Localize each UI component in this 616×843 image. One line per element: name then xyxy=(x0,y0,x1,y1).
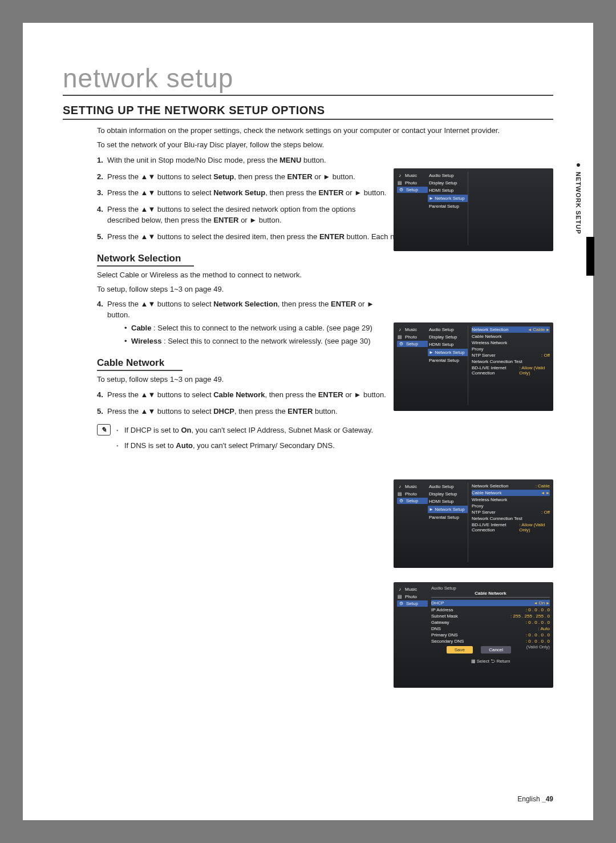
shot-mid-item: ► Network Setup xyxy=(428,195,468,202)
shot-left-setup: ⚙Setup xyxy=(397,498,428,504)
shot-right-item: Proxy xyxy=(472,346,550,352)
shot4-valid-only: (Valid Only) xyxy=(526,644,550,650)
shot-right-item: NTP Server: Off xyxy=(472,509,550,515)
shot-right-item: Cable Network xyxy=(472,490,550,496)
shot-left-music: ♪Music xyxy=(397,326,428,333)
shot4-row: DNS: Auto xyxy=(431,626,550,632)
shot4-row: Primary DNS: 0 . 0 . 0 . 0 xyxy=(431,632,550,638)
cn-step5-bold2: ENTER xyxy=(287,407,313,416)
main-steps: 1.With the unit in Stop mode/No Disc mod… xyxy=(97,155,388,243)
main-step-4: 4.Press the ▲▼ buttons to select the des… xyxy=(97,204,388,226)
shot-right-item: Network Connection Test xyxy=(472,358,550,365)
cn-step5-post: , then press the xyxy=(234,407,287,416)
ns-step4-pre: Press the ▲▼ buttons to select xyxy=(107,300,213,308)
screenshot-cable-network-select: ♪Music▤Photo⚙Setup Audio SetupDisplay Se… xyxy=(394,479,553,568)
ns-bullet-wireless-text: : Select this to connect to the network … xyxy=(161,337,370,345)
shot-right-item: Wireless Network xyxy=(472,340,550,346)
side-tab-text: NETWORK SETUP xyxy=(575,172,582,235)
shot-left-photo: ▤Photo xyxy=(397,593,428,600)
shot-mid-item: Display Setup xyxy=(428,179,468,187)
cn-step5-pre: Press the ▲▼ buttons to select xyxy=(107,407,213,416)
shot-mid-item: ► Network Setup xyxy=(428,349,468,356)
ns-step4-bold: Network Selection xyxy=(213,300,278,308)
shot-mid-item: Audio Setup xyxy=(428,483,468,490)
shot4-save-button: Save xyxy=(447,646,473,654)
intro-para-2: To set the network of your Blu-ray Disc … xyxy=(97,140,553,151)
chapter-title: network setup xyxy=(63,63,553,96)
shot-mid-item: Parental Setup xyxy=(428,514,468,521)
page: network setup SETTING UP THE NETWORK SET… xyxy=(23,23,593,820)
shot-right-item: BD-LIVE Internet Connection: Allow (Vali… xyxy=(472,522,550,533)
screenshot-setup-menu: ♪Music▤Photo⚙Setup Audio SetupDisplay Se… xyxy=(394,168,553,251)
shot-right-item: Network SelectionCable xyxy=(472,326,550,333)
shot-mid-item: ► Network Setup xyxy=(428,506,468,513)
shot-mid-item: HDMI Setup xyxy=(428,187,468,194)
shot-left-music: ♪Music xyxy=(397,586,428,593)
ns-step4-bold2: ENTER xyxy=(331,300,356,308)
ns-para-2: To setup, follow steps 1~3 on page 49. xyxy=(97,284,388,295)
ns-bullet-wireless: Wireless : Select this to connect to the… xyxy=(124,336,388,347)
ns-step4-post: , then press the xyxy=(278,300,331,308)
note-block: ✎ If DHCP is set to On, you can't select… xyxy=(97,424,388,455)
shot-mid-item: Parental Setup xyxy=(428,203,468,210)
cn-step5-bold: DHCP xyxy=(213,407,234,416)
shot4-bottom-bar: ▦ Select ⮌ Return xyxy=(431,659,550,664)
shot-right-item: NTP Server: Off xyxy=(472,352,550,358)
intro-para-1: To obtain information on the proper sett… xyxy=(97,126,553,136)
screenshot-network-selection: ♪Music▤Photo⚙Setup Audio SetupDisplay Se… xyxy=(394,322,553,411)
shot-left-music: ♪Music xyxy=(397,483,428,490)
shot-right-item: Cable Network xyxy=(472,333,550,340)
note-2-pre: If DNS is set to xyxy=(124,441,176,450)
shot-mid-item: HDMI Setup xyxy=(428,341,468,348)
shot4-row: DHCPOn xyxy=(431,600,550,606)
sub-network-selection: Network Selection xyxy=(97,253,194,267)
shot-mid-item: Audio Setup xyxy=(428,172,468,179)
footer-language: English xyxy=(517,795,542,803)
cn-step4-pre: Press the ▲▼ buttons to select xyxy=(107,390,213,399)
ns-bullet-cable-bold: Cable xyxy=(131,324,151,332)
cn-step4-post: , then press the xyxy=(265,390,318,399)
note-icon: ✎ xyxy=(97,424,111,435)
footer-page-number: _49 xyxy=(542,795,553,803)
shot-right-item: Proxy xyxy=(472,503,550,509)
note-2: If DNS is set to Auto, you can't select … xyxy=(116,441,373,451)
shot-mid-item: Display Setup xyxy=(428,490,468,498)
shot-left-music: ♪Music xyxy=(397,172,428,179)
cn-step4-bold2: ENTER xyxy=(318,390,343,399)
shot4-row: Secondary DNS: 0 . 0 . 0 . 0 xyxy=(431,638,550,644)
note-2-post: , you can't select Primary/ Secondary DN… xyxy=(193,441,335,450)
shot-right-item: BD-LIVE Internet Connection: Allow (Vali… xyxy=(472,365,550,376)
shot-right-item: Network Selection: Cable xyxy=(472,483,550,489)
page-footer: English _49 xyxy=(517,795,553,803)
ns-bullet-cable: Cable : Select this to connect to the ne… xyxy=(124,323,388,334)
shot-left-setup: ⚙Setup xyxy=(397,341,428,347)
shot-mid-item: Parental Setup xyxy=(428,357,468,364)
note-1-post: , you can't select IP Address, Subnet Ma… xyxy=(192,426,374,434)
shot-left-setup: ⚙Setup xyxy=(397,187,428,193)
section-title: SETTING UP THE NETWORK SETUP OPTIONS xyxy=(63,104,553,120)
note-1-bold: On xyxy=(181,426,191,434)
shot4-row: IP Address: 0 . 0 . 0 . 0 xyxy=(431,607,550,613)
shot-mid-item: Display Setup xyxy=(428,333,468,341)
shot-right-item: Network Connection Test xyxy=(472,515,550,522)
cn-step4-post2: or ► button. xyxy=(343,390,386,399)
side-black-marker xyxy=(586,237,594,276)
side-tab: ● NETWORK SETUP xyxy=(573,160,583,235)
shot-left-photo: ▤Photo xyxy=(397,179,428,187)
shot-left-photo: ▤Photo xyxy=(397,333,428,341)
main-step-1: 1.With the unit in Stop mode/No Disc mod… xyxy=(97,155,388,166)
shot-left-setup: ⚙Setup xyxy=(397,600,428,607)
shot4-row: Gateway: 0 . 0 . 0 . 0 xyxy=(431,619,550,626)
note-1-pre: If DHCP is set to xyxy=(124,426,181,434)
screenshot-cable-network-dhcp: ♪Music▤Photo⚙Setup Audio Setup Cable Net… xyxy=(394,582,553,688)
ns-para-1: Select Cable or Wireless as the method t… xyxy=(97,270,388,281)
shot-left-photo: ▤Photo xyxy=(397,490,428,498)
cn-steps: 4. Press the ▲▼ buttons to select Cable … xyxy=(97,390,388,417)
shot-right-item: Wireless Network xyxy=(472,497,550,503)
ns-bullet-wireless-bold: Wireless xyxy=(131,337,161,345)
note-1: If DHCP is set to On, you can't select I… xyxy=(116,425,373,435)
shot4-audio-setup: Audio Setup xyxy=(431,586,550,591)
main-step-3: 3.Press the ▲▼ buttons to select Network… xyxy=(97,188,388,199)
main-step-2: 2.Press the ▲▼ buttons to select Setup, … xyxy=(97,172,388,183)
shot-mid-item: HDMI Setup xyxy=(428,498,468,505)
